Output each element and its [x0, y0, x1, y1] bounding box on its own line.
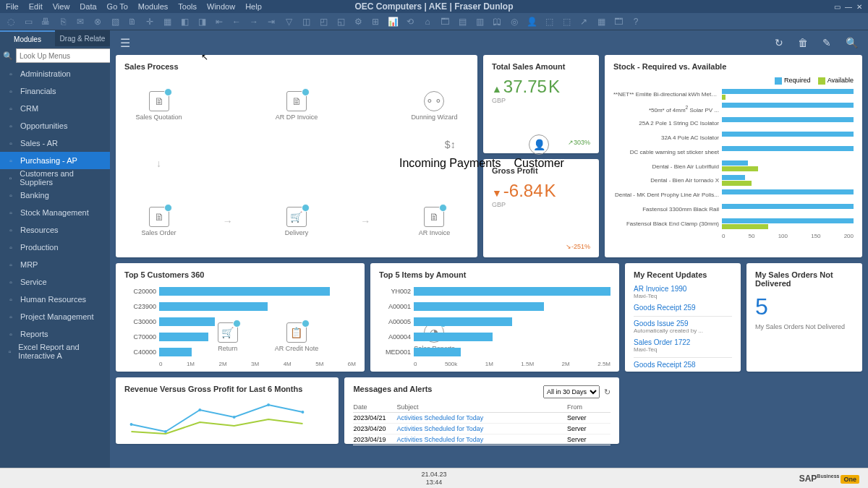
toolbar-icon[interactable]: 🗔 — [438, 15, 451, 28]
module-icon: ▫ — [6, 313, 16, 321]
toolbar-icon[interactable]: ↗ — [577, 15, 590, 28]
menu-goto[interactable]: Go To — [107, 2, 128, 11]
sidebar-item-sales-ar[interactable]: ▫Sales - AR — [0, 134, 110, 152]
messages-refresh-icon[interactable]: ↻ — [604, 388, 610, 397]
stock-row: DC cable warning set sticker sheet — [613, 145, 854, 158]
sidebar-item-crm[interactable]: ▫CRM — [0, 100, 110, 117]
message-row[interactable]: 2023/04/19Activities Scheduled for Today… — [353, 435, 610, 445]
sidebar-item-project-management[interactable]: ▫Project Management — [0, 308, 110, 325]
toolbar-icon[interactable]: ▦ — [161, 15, 174, 28]
toolbar-icon[interactable]: ✛ — [143, 15, 156, 28]
arrow-right-icon: → — [360, 215, 370, 227]
toolbar-icon[interactable]: ⊗ — [91, 15, 104, 28]
toolbar-icon[interactable]: ⊞ — [369, 15, 382, 28]
toolbar-icon[interactable]: ◱ — [334, 15, 347, 28]
menu-edit[interactable]: Edit — [29, 2, 43, 11]
search-icon[interactable]: 🔍 — [846, 37, 858, 48]
window-restore-icon[interactable]: — — [845, 3, 852, 11]
toolbar-nav-last-icon[interactable]: ⇥ — [265, 15, 278, 28]
toolbar-icon[interactable]: ◎ — [508, 15, 521, 28]
sidebar-item-administration[interactable]: ▫Administration — [0, 65, 110, 82]
trend-down-icon: ↘ — [566, 243, 571, 250]
sidebar-item-production[interactable]: ▫Production — [0, 239, 110, 256]
sidebar-tab-modules[interactable]: Modules — [0, 30, 55, 46]
menu-file[interactable]: File — [6, 2, 19, 11]
toolbar-icon[interactable]: ⚙ — [352, 15, 365, 28]
sp-customer[interactable]: 👤Customer — [514, 134, 564, 170]
update-link[interactable]: Goods Receipt 258 — [634, 361, 732, 369]
delete-icon[interactable]: 🗑 — [798, 37, 808, 48]
search-icon[interactable]: 🔍 — [3, 49, 13, 62]
sp-dunning-wizard[interactable]: ⚬⚬Dunning Wizard — [411, 91, 457, 121]
toolbar-icon[interactable]: 🗎 — [126, 15, 139, 28]
edit-icon[interactable]: ✎ — [822, 37, 831, 48]
toolbar-icon[interactable]: ◌ — [4, 15, 17, 28]
window-minimize-icon[interactable]: ▭ — [834, 3, 841, 11]
sidebar-item-service[interactable]: ▫Service — [0, 273, 110, 291]
toolbar-icon[interactable]: 🕮 — [490, 15, 503, 28]
update-link[interactable]: Sales Order 1722 — [634, 338, 732, 346]
toolbar-nav-next-icon[interactable]: → — [247, 15, 260, 28]
sidebar-item-mrp[interactable]: ▫MRP — [0, 256, 110, 273]
sidebar-item-excel-report-and-interactive-a[interactable]: ▫Excel Report and Interactive A — [0, 343, 110, 360]
toolbar-icon[interactable]: ⌂ — [421, 15, 434, 28]
refresh-icon[interactable]: ↻ — [775, 37, 783, 48]
toolbar-icon[interactable]: 🗔 — [612, 15, 625, 28]
sp-sales-order[interactable]: 🗎Sales Order — [142, 207, 176, 236]
menu-help[interactable]: Help — [245, 2, 262, 11]
sidebar-tab-drag-relate[interactable]: Drag & Relate — [55, 30, 110, 46]
menu-data[interactable]: Data — [80, 2, 96, 11]
sidebar-item-customers-and-suppliers[interactable]: ▫Customers and Suppliers — [0, 169, 110, 187]
dashboard-menu-icon[interactable]: ☰ — [120, 36, 130, 50]
update-link[interactable]: AR Invoice 1990 — [634, 285, 732, 293]
sidebar-item-banking[interactable]: ▫Banking — [0, 187, 110, 204]
toolbar-icon[interactable]: ⬚ — [560, 15, 573, 28]
toolbar-icon[interactable]: ◨ — [195, 15, 208, 28]
sidebar-item-opportunities[interactable]: ▫Opportunities — [0, 117, 110, 134]
sidebar-item-reports[interactable]: ▫Reports — [0, 325, 110, 343]
sidebar-item-human-resources[interactable]: ▫Human Resources — [0, 291, 110, 308]
update-link[interactable]: Goods Receipt 259 — [634, 304, 732, 312]
toolbar-icon[interactable]: ▧ — [109, 15, 122, 28]
sp-incoming-payments[interactable]: $↕Incoming Payments — [399, 134, 501, 170]
top5-row: A00001 — [379, 300, 610, 313]
toolbar-icon[interactable]: ◰ — [317, 15, 330, 28]
toolbar-icon[interactable]: ▥ — [473, 15, 486, 28]
update-link[interactable]: Goods Issue 259 — [634, 320, 732, 328]
sp-sales-quotation[interactable]: 🗎Sales Quotation — [136, 91, 182, 121]
window-close-icon[interactable]: ✕ — [856, 3, 862, 11]
menu-modules[interactable]: Modules — [138, 2, 169, 11]
sidebar-item-stock-management[interactable]: ▫Stock Management — [0, 204, 110, 221]
messages-filter-select[interactable]: All in 30 Days — [543, 385, 600, 398]
toolbar-icon[interactable]: 📊 — [386, 15, 399, 28]
top5-customers-card: Top 5 Customers 360 C20000C23900C30000C7… — [116, 263, 365, 372]
sidebar-item-financials[interactable]: ▫Financials — [0, 82, 110, 100]
toolbar-icon[interactable]: ⟲ — [404, 15, 417, 28]
sidebar-item-purchasing-ap[interactable]: ▫Purchasing - AP — [0, 152, 110, 169]
menu-window[interactable]: Window — [207, 2, 235, 11]
sp-ar-dp-invoice[interactable]: 🗎AR DP Invoice — [276, 91, 318, 121]
message-row[interactable]: 2023/04/21Activities Scheduled for Today… — [353, 413, 610, 424]
sidebar-item-resources[interactable]: ▫Resources — [0, 221, 110, 239]
toolbar-icon[interactable]: ▤ — [456, 15, 469, 28]
toolbar-icon[interactable]: ✉ — [74, 15, 87, 28]
toolbar-help-icon[interactable]: ? — [629, 15, 642, 28]
sp-ar-invoice[interactable]: 🗎AR Invoice — [419, 207, 451, 236]
menu-tools[interactable]: Tools — [178, 2, 197, 11]
toolbar-icon[interactable]: ▭ — [22, 15, 35, 28]
toolbar-icon[interactable]: ⎘ — [56, 15, 69, 28]
toolbar-nav-prev-icon[interactable]: ← — [230, 15, 243, 28]
toolbar-nav-first-icon[interactable]: ⇤ — [213, 15, 226, 28]
menu-view[interactable]: View — [53, 2, 70, 11]
toolbar-icon[interactable]: ◧ — [178, 15, 191, 28]
message-row[interactable]: 2023/04/20Activities Scheduled for Today… — [353, 424, 610, 435]
toolbar-icon[interactable]: ◫ — [299, 15, 312, 28]
toolbar-icon[interactable]: 🖶 — [39, 15, 52, 28]
top5-row: C23900 — [124, 300, 356, 313]
sp-delivery[interactable]: 🛒Delivery — [285, 207, 309, 236]
sidebar-search-input[interactable] — [16, 48, 115, 63]
toolbar-filter-icon[interactable]: ▽ — [282, 15, 295, 28]
toolbar-icon[interactable]: ⬚ — [542, 15, 556, 28]
toolbar-icon[interactable]: 👤 — [525, 15, 538, 28]
toolbar-icon[interactable]: ▦ — [595, 15, 608, 28]
